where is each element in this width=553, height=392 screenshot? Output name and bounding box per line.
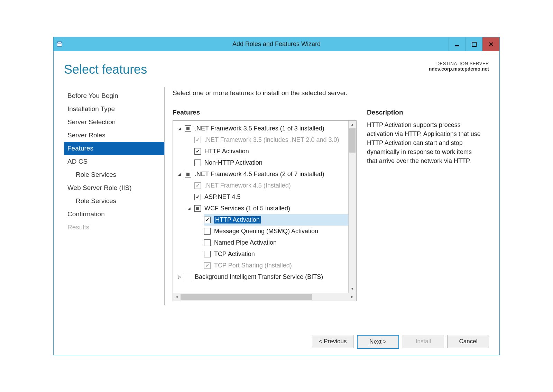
- tree-row[interactable]: Non-HTTP Activation: [175, 157, 348, 168]
- wizard-window: Add Roles and Features Wizard Select fea…: [53, 37, 500, 355]
- tree-row[interactable]: HTTP Activation: [175, 214, 348, 226]
- scroll-right-icon[interactable]: ▸: [349, 293, 356, 301]
- tree-row[interactable]: ◢.NET Framework 3.5 Features (1 of 3 ins…: [175, 123, 348, 134]
- feature-checkbox[interactable]: [194, 194, 201, 200]
- expander-open-icon[interactable]: ◢: [177, 127, 182, 130]
- features-heading: Features: [173, 109, 357, 116]
- feature-label: TCP Port Sharing (Installed): [214, 262, 292, 269]
- feature-checkbox[interactable]: [204, 239, 211, 246]
- tree-row[interactable]: TCP Port Sharing (Installed): [175, 260, 348, 271]
- expander-closed-icon[interactable]: ▷: [177, 274, 182, 279]
- feature-checkbox: [194, 182, 201, 189]
- feature-label: HTTP Activation: [204, 148, 249, 155]
- feature-checkbox[interactable]: [185, 125, 191, 132]
- sidebar-item-server-selection[interactable]: Server Selection: [64, 116, 164, 129]
- feature-label: TCP Activation: [214, 250, 255, 258]
- tree-row[interactable]: ▷Background Intelligent Transfer Service…: [175, 271, 348, 283]
- feature-checkbox: [194, 137, 201, 143]
- feature-label: .NET Framework 4.5 (Installed): [204, 182, 291, 189]
- sidebar-item-server-roles[interactable]: Server Roles: [64, 129, 164, 142]
- feature-checkbox[interactable]: [194, 159, 201, 166]
- sidebar-item-web-server-role-iis-[interactable]: Web Server Role (IIS): [64, 181, 164, 194]
- tree-row[interactable]: .NET Framework 4.5 (Installed): [175, 180, 348, 191]
- scroll-left-icon[interactable]: ◂: [173, 293, 181, 301]
- instruction-text: Select one or more features to install o…: [173, 89, 489, 97]
- tree-row[interactable]: ◢WCF Services (1 of 5 installed): [175, 203, 348, 214]
- cancel-button[interactable]: Cancel: [448, 335, 489, 348]
- feature-label: .NET Framework 3.5 Features (1 of 3 inst…: [195, 125, 324, 132]
- tree-row[interactable]: ASP.NET 4.5: [175, 191, 348, 203]
- feature-label: .NET Framework 4.5 Features (2 of 7 inst…: [195, 171, 324, 178]
- description-heading: Description: [367, 109, 489, 116]
- sidebar-item-installation-type[interactable]: Installation Type: [64, 102, 164, 116]
- feature-checkbox[interactable]: [185, 171, 191, 177]
- sidebar-item-ad-cs[interactable]: AD CS: [64, 155, 164, 168]
- feature-checkbox[interactable]: [185, 274, 191, 280]
- feature-label: Message Queuing (MSMQ) Activation: [214, 228, 318, 235]
- features-tree: ◢.NET Framework 3.5 Features (1 of 3 ins…: [173, 120, 357, 301]
- description-text: HTTP Activation supports process activat…: [367, 120, 481, 165]
- page-title: Select features: [64, 62, 147, 77]
- sidebar-item-confirmation[interactable]: Confirmation: [64, 208, 164, 221]
- feature-label: HTTP Activation: [214, 216, 261, 224]
- tree-row[interactable]: .NET Framework 3.5 (includes .NET 2.0 an…: [175, 134, 348, 146]
- feature-checkbox: [204, 262, 211, 269]
- previous-button[interactable]: < Previous: [312, 335, 353, 348]
- feature-label: .NET Framework 3.5 (includes .NET 2.0 an…: [204, 136, 339, 144]
- tree-row[interactable]: TCP Activation: [175, 248, 348, 260]
- destination-label: DESTINATION SERVER: [429, 61, 489, 66]
- tree-row[interactable]: Message Queuing (MSMQ) Activation: [175, 226, 348, 237]
- scroll-up-icon[interactable]: ▴: [349, 121, 356, 128]
- feature-checkbox[interactable]: [204, 217, 211, 223]
- tree-row[interactable]: HTTP Activation: [175, 146, 348, 157]
- feature-checkbox[interactable]: [194, 148, 201, 155]
- feature-label: Named Pipe Activation: [214, 239, 277, 246]
- vertical-scrollbar[interactable]: ▴ ▾: [348, 121, 356, 293]
- next-button[interactable]: Next >: [357, 335, 399, 349]
- feature-label: WCF Services (1 of 5 installed): [204, 205, 290, 212]
- expander-open-icon[interactable]: ◢: [187, 207, 192, 210]
- tree-row[interactable]: ◢.NET Framework 4.5 Features (2 of 7 ins…: [175, 168, 348, 180]
- feature-label: Non-HTTP Activation: [204, 159, 262, 166]
- window-title: Add Roles and Features Wizard: [54, 40, 499, 48]
- wizard-sidebar: Before You BeginInstallation TypeServer …: [64, 89, 164, 327]
- feature-label: Background Intelligent Transfer Service …: [195, 273, 323, 281]
- feature-checkbox[interactable]: [194, 205, 201, 212]
- sidebar-item-features[interactable]: Features: [64, 142, 164, 155]
- destination-server: ndes.corp.mstepdemo.net: [429, 66, 489, 72]
- titlebar[interactable]: Add Roles and Features Wizard: [54, 37, 499, 51]
- scroll-down-icon[interactable]: ▾: [349, 285, 356, 293]
- feature-label: ASP.NET 4.5: [204, 193, 240, 201]
- sidebar-item-results: Results: [64, 221, 164, 234]
- horizontal-scrollbar[interactable]: ◂ ▸: [173, 293, 356, 301]
- sidebar-item-role-services[interactable]: Role Services: [64, 194, 164, 208]
- horizontal-scroll-thumb[interactable]: [181, 294, 312, 300]
- expander-open-icon[interactable]: ◢: [177, 172, 182, 176]
- install-button: Install: [403, 335, 444, 348]
- pane-divider: [164, 87, 165, 305]
- tree-row[interactable]: Named Pipe Activation: [175, 237, 348, 248]
- wizard-footer: < Previous Next > Install Cancel: [64, 327, 489, 349]
- feature-checkbox[interactable]: [204, 251, 211, 257]
- sidebar-item-before-you-begin[interactable]: Before You Begin: [64, 89, 164, 102]
- sidebar-item-role-services[interactable]: Role Services: [64, 168, 164, 181]
- vertical-scroll-thumb[interactable]: [349, 128, 356, 153]
- feature-checkbox[interactable]: [204, 228, 211, 235]
